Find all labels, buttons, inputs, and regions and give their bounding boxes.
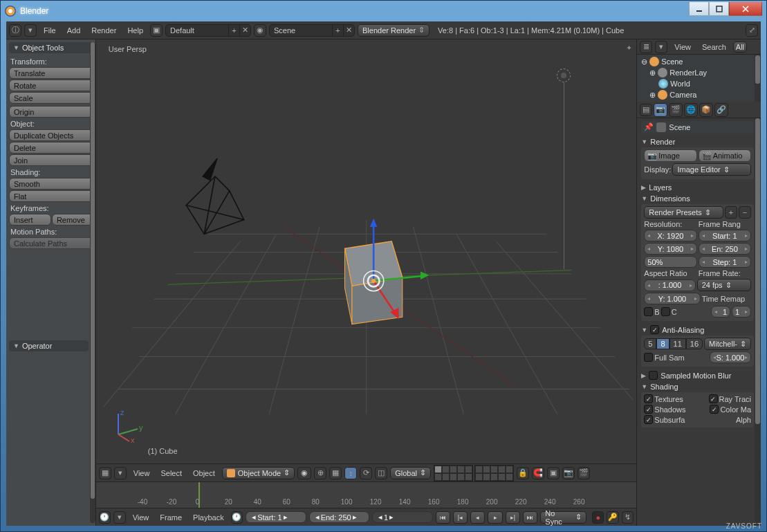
- layers-widget[interactable]: [434, 465, 514, 481]
- tab-object-icon[interactable]: 📦: [699, 103, 713, 117]
- panel-layers[interactable]: Layers: [641, 182, 754, 193]
- panel-anti-aliasing[interactable]: Anti-Aliasing: [641, 324, 754, 336]
- tree-scene[interactable]: ⊖Scene: [640, 56, 751, 67]
- pivot-icon[interactable]: ⊕: [314, 467, 326, 479]
- scene-input[interactable]: [270, 26, 332, 35]
- collapse-menus-tl-icon[interactable]: ▾: [113, 511, 125, 524]
- keying-set-icon[interactable]: 🔑: [607, 511, 618, 524]
- duplicate-button[interactable]: Duplicate Objects: [9, 129, 94, 141]
- viewport-shading-icon[interactable]: ◉: [297, 467, 311, 479]
- aa-enable-check[interactable]: [650, 325, 659, 334]
- menu-file[interactable]: File: [39, 25, 60, 36]
- outliner-scrollbar[interactable]: [755, 55, 761, 102]
- tree-world[interactable]: World: [640, 78, 751, 89]
- collapse-menus-3d-icon[interactable]: ▾: [114, 467, 127, 479]
- filter-size-field[interactable]: ◂S: 1.000▸: [710, 351, 751, 363]
- res-y-field[interactable]: ◂Y: 1080▸: [644, 243, 696, 255]
- add-scene-icon[interactable]: +: [332, 25, 343, 36]
- menu-playback-tl[interactable]: Playback: [189, 512, 228, 523]
- orientation-dropdown[interactable]: Global⇕: [390, 467, 431, 479]
- lock-camera-icon[interactable]: 🔒: [517, 467, 529, 479]
- screen-browse-icon[interactable]: ▣: [150, 24, 163, 37]
- aa-8[interactable]: 8: [656, 338, 669, 349]
- res-pct-field[interactable]: 50%: [644, 256, 696, 268]
- end-frame-field[interactable]: ◂End: 250▸: [309, 511, 369, 523]
- aa-samples-segment[interactable]: 5 8 11 16: [644, 338, 703, 349]
- panel-operator[interactable]: Operator: [9, 340, 89, 351]
- aa-5[interactable]: 5: [644, 338, 656, 349]
- panel-motion-blur[interactable]: Sampled Motion Blur: [641, 369, 754, 381]
- manip-scale-icon[interactable]: ◫: [375, 467, 387, 479]
- screen-layout-input[interactable]: [166, 26, 228, 35]
- manip-translate-icon[interactable]: ↕: [344, 467, 357, 479]
- preset-remove-icon[interactable]: −: [739, 206, 751, 219]
- panel-dimensions[interactable]: Dimensions: [641, 193, 754, 204]
- remove-keyframe-button[interactable]: Remove: [52, 214, 94, 226]
- render-anim-button[interactable]: 🎬 Animatio: [699, 149, 751, 162]
- menu-object-3d[interactable]: Object: [189, 468, 219, 479]
- editor-type-timeline-icon[interactable]: 🕐: [99, 511, 111, 524]
- close-button[interactable]: [729, 2, 762, 16]
- colormgmt-check[interactable]: [710, 405, 719, 414]
- tree-renderlayers[interactable]: ⊕RenderLay: [640, 67, 751, 78]
- jump-start-icon[interactable]: ⏮: [436, 511, 450, 524]
- viewport-plus-icon[interactable]: ✦: [626, 44, 632, 53]
- jump-next-key-icon[interactable]: ▸|: [506, 511, 520, 524]
- editor-type-3dview-icon[interactable]: ▦: [99, 467, 111, 479]
- menu-select-3d[interactable]: Select: [156, 468, 186, 479]
- tab-constraints-icon[interactable]: 🔗: [714, 103, 728, 117]
- screen-layout-field[interactable]: +✕: [165, 24, 251, 37]
- delete-button[interactable]: Delete: [9, 142, 94, 154]
- border-check[interactable]: [644, 307, 653, 316]
- menu-frame-tl[interactable]: Frame: [156, 512, 186, 523]
- menu-view-outl[interactable]: View: [670, 42, 695, 53]
- menu-search-outl[interactable]: Search: [698, 42, 730, 53]
- pivot-median-icon[interactable]: ▦: [329, 467, 342, 479]
- raytrace-check[interactable]: [709, 394, 718, 403]
- calculate-paths-button[interactable]: Calculate Paths: [9, 237, 94, 249]
- frame-step-field[interactable]: ◂Step: 1▸: [699, 256, 751, 268]
- menu-view-tl[interactable]: View: [129, 512, 154, 523]
- use-preview-range-icon[interactable]: 🕐: [231, 511, 243, 524]
- panel-render[interactable]: Render: [641, 136, 754, 147]
- smb-check[interactable]: [649, 371, 658, 380]
- scene-browse-icon[interactable]: ◉: [254, 24, 266, 37]
- play-icon[interactable]: ▸: [488, 511, 502, 524]
- frame-start-field[interactable]: ◂Start: 1▸: [699, 230, 751, 241]
- menu-view-3d[interactable]: View: [129, 468, 154, 479]
- res-x-field[interactable]: ◂X: 1920▸: [644, 230, 696, 241]
- sync-dropdown[interactable]: No Sync⇕: [540, 511, 586, 524]
- minimize-button[interactable]: [689, 2, 709, 16]
- sss-check[interactable]: [644, 415, 653, 424]
- pin-icon[interactable]: 📌: [644, 122, 654, 132]
- tab-render-icon[interactable]: 📷: [654, 103, 667, 117]
- maximize-button[interactable]: [709, 2, 729, 16]
- current-frame-field[interactable]: ◂1▸: [372, 511, 432, 523]
- jump-prev-key-icon[interactable]: |◂: [453, 511, 468, 524]
- manip-rotate-icon[interactable]: ⟳: [360, 467, 372, 479]
- origin-button[interactable]: Origin: [9, 106, 94, 118]
- insert-keyframe-button[interactable]: Insert: [9, 214, 51, 226]
- timeline-canvas[interactable]: -40-200204060801001201401601802002202402…: [96, 482, 637, 508]
- render-engine-dropdown[interactable]: Blender Render⇕: [358, 24, 429, 37]
- frame-end-field[interactable]: ◂En: 250▸: [699, 243, 751, 255]
- flat-button[interactable]: Flat: [9, 190, 94, 202]
- menu-render[interactable]: Render: [87, 25, 120, 36]
- scale-button[interactable]: Scale: [9, 92, 94, 104]
- shadows-check[interactable]: [644, 405, 653, 414]
- delete-screen-icon[interactable]: ✕: [239, 25, 250, 36]
- display-dropdown[interactable]: Image Editor⇕: [672, 163, 751, 176]
- 3d-viewport[interactable]: User Persp: [96, 39, 637, 464]
- aa-11[interactable]: 11: [669, 338, 686, 349]
- translate-button[interactable]: Translate: [9, 67, 94, 79]
- editor-type-info-icon[interactable]: ⓘ: [9, 24, 21, 37]
- panel-shading[interactable]: Shading: [641, 381, 754, 392]
- snap-type-icon[interactable]: ▣: [547, 467, 560, 479]
- aa-filter-dropdown[interactable]: Mitchell-⇕: [704, 338, 751, 350]
- start-frame-field[interactable]: ◂Start: 1▸: [246, 511, 306, 523]
- keying-set-active-icon[interactable]: ↯: [622, 511, 634, 524]
- render-presets-dropdown[interactable]: Render Presets⇕: [644, 206, 723, 219]
- menu-add[interactable]: Add: [63, 25, 85, 36]
- preset-add-icon[interactable]: +: [725, 206, 737, 219]
- menu-help[interactable]: Help: [123, 25, 147, 36]
